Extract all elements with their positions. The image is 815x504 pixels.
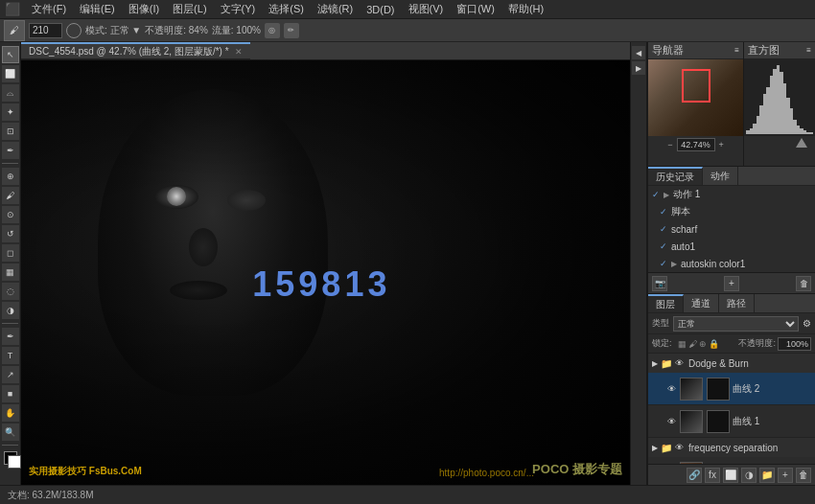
histogram-triangle: [796, 138, 807, 148]
histogram-menu-icon[interactable]: ≡: [806, 46, 811, 55]
brush-tool[interactable]: 🖌: [2, 187, 19, 204]
histogram-bars: [744, 59, 815, 136]
group-arrow-icon: ▶: [652, 359, 658, 368]
menu-item-3d[interactable]: 3D(D): [361, 2, 400, 17]
settings-icon[interactable]: ⚙: [803, 318, 811, 329]
history-delete-btn[interactable]: 🗑: [796, 276, 811, 291]
new-group-btn[interactable]: 📁: [759, 468, 775, 483]
history-snapshot-btn[interactable]: 📷: [652, 276, 667, 291]
layer-group-vis[interactable]: 👁: [675, 358, 684, 368]
lock-icons: ▦ 🖌 ⊕ 🔒: [678, 339, 719, 349]
right-panel: 导航器 ≡ − + 直方图 ≡: [647, 42, 815, 485]
zoom-out-icon[interactable]: −: [667, 140, 672, 149]
eraser-tool[interactable]: ◻: [2, 244, 19, 262]
navigator-menu-icon[interactable]: ≡: [734, 46, 739, 55]
lasso-tool[interactable]: ⌓: [2, 84, 19, 102]
delete-layer-btn[interactable]: 🗑: [796, 468, 811, 483]
history-item-2[interactable]: ✓ scharf: [648, 220, 815, 238]
history-item-4[interactable]: ✓ ▶ autoskin color1: [648, 255, 815, 272]
blend-mode-select[interactable]: 正常: [673, 316, 799, 332]
layer-group-freq-sep[interactable]: ▶ 📁 👁 frequency separation: [648, 438, 815, 457]
new-adj-layer-btn[interactable]: ◑: [741, 468, 757, 483]
history-item-3[interactable]: ✓ auto1: [648, 238, 815, 255]
history-item-0[interactable]: ✓ ▶ 动作 1: [648, 186, 815, 203]
nav-view-box: [682, 69, 710, 103]
watermark-left: 实用摄影技巧 FsBus.CoM: [29, 465, 142, 478]
menu-item-text[interactable]: 文字(Y): [215, 0, 262, 18]
menu-item-select[interactable]: 选择(S): [263, 0, 310, 18]
layer-item-curve1[interactable]: 👁 曲线 1: [648, 405, 815, 438]
spot-heal-tool[interactable]: ⊕: [2, 168, 19, 185]
hand-tool[interactable]: ✋: [2, 404, 19, 422]
opacity-value-input[interactable]: [778, 337, 811, 351]
tab-layers[interactable]: 图层: [648, 294, 684, 312]
navigator-preview[interactable]: [648, 59, 743, 136]
menu-item-image[interactable]: 图像(I): [123, 0, 165, 18]
panel-collapse-btn[interactable]: ◀: [632, 46, 645, 59]
add-style-btn[interactable]: fx: [705, 468, 720, 483]
layer-vis-icon[interactable]: 👁: [665, 383, 677, 395]
menu-item-window[interactable]: 窗口(W): [451, 0, 501, 18]
mode-label: 模式: 正常 ▼: [85, 24, 141, 37]
menu-item-layer[interactable]: 图层(L): [167, 0, 212, 18]
move-tool[interactable]: ↖: [2, 46, 19, 63]
menu-item-file[interactable]: 文件(F): [26, 0, 72, 18]
brush-size-input[interactable]: [29, 23, 62, 38]
canvas-tab[interactable]: DSC_4554.psd @ 42.7% (曲线 2, 图层蒙版/*) * ✕: [21, 42, 250, 59]
zoom-tool[interactable]: 🔍: [2, 424, 19, 441]
add-mask-btn[interactable]: ⬜: [723, 468, 738, 483]
zoom-input[interactable]: [677, 138, 715, 151]
link-layers-btn[interactable]: 🔗: [687, 468, 702, 483]
group-arrow-icon2: ▶: [652, 444, 658, 452]
menu-item-help[interactable]: 帮助(H): [502, 0, 549, 18]
layer-item-bg3[interactable]: 👁 背景 副本 3: [648, 457, 815, 464]
text-tool[interactable]: T: [2, 347, 19, 364]
eyedropper-tool[interactable]: ✒: [2, 142, 19, 159]
history-list[interactable]: ✓ ▶ 动作 1 ✓ 脚本 ✓ scharf ✓ auto1 ✓: [648, 186, 815, 272]
main-area: ↖ ⬜ ⌓ ✦ ⊡ ✒ ⊕ 🖌 ⊙ ↺ ◻ ▦ ◌ ◑ ✒ T ↗ ■ ✋ 🔍 …: [0, 42, 815, 485]
new-layer-btn[interactable]: +: [778, 468, 793, 483]
zoom-in-icon[interactable]: +: [719, 140, 724, 149]
crop-tool[interactable]: ⊡: [2, 123, 19, 140]
layer-group-dodge-burn[interactable]: ▶ 📁 👁 Dodge & Burn: [648, 354, 815, 373]
toolbar-separator2: [2, 323, 18, 324]
close-tab-icon[interactable]: ✕: [235, 47, 243, 57]
layer-item-curve2[interactable]: 👁 曲线 2: [648, 373, 815, 405]
marquee-tool[interactable]: ⬜: [2, 65, 19, 82]
nav-hist-row: 导航器 ≡ − + 直方图 ≡: [648, 42, 815, 167]
menu-item-filter[interactable]: 滤镜(R): [312, 0, 359, 18]
magic-wand-tool[interactable]: ✦: [2, 103, 19, 121]
layer-vis-icon2[interactable]: 👁: [665, 416, 677, 427]
tab-paths[interactable]: 路径: [719, 294, 755, 312]
lock-pixel-icon[interactable]: 🖌: [688, 339, 697, 349]
pen-tool[interactable]: ✒: [2, 328, 19, 345]
history-new-btn[interactable]: +: [724, 276, 739, 291]
menu-item-edit[interactable]: 编辑(E): [74, 0, 121, 18]
menu-item-view[interactable]: 视图(V): [403, 0, 450, 18]
blur-tool[interactable]: ◌: [2, 283, 19, 300]
history-brush-tool[interactable]: ↺: [2, 225, 19, 242]
lock-position-icon[interactable]: ⊕: [699, 339, 707, 349]
lock-all-icon[interactable]: 🔒: [709, 339, 719, 349]
history-item-1[interactable]: ✓ 脚本: [648, 203, 815, 220]
lock-transparent-icon[interactable]: ▦: [678, 339, 687, 349]
tablet-icon[interactable]: ✏: [284, 23, 299, 38]
path-select-tool[interactable]: ↗: [2, 366, 19, 383]
tab-history[interactable]: 历史记录: [648, 167, 703, 185]
shape-tool[interactable]: ■: [2, 385, 19, 402]
gradient-tool[interactable]: ▦: [2, 263, 19, 281]
layers-controls: 类型 正常 ⚙: [648, 313, 815, 334]
history-tabs: 历史记录 动作: [648, 167, 815, 186]
canvas-content[interactable]: 159813 实用摄影技巧 FsBus.CoM POCO 摄影专题 http:/…: [21, 60, 630, 485]
layers-list: ▶ 📁 👁 Dodge & Burn 👁 曲线 2 👁: [648, 354, 815, 464]
foreground-color[interactable]: [4, 451, 17, 465]
clone-tool[interactable]: ⊙: [2, 206, 19, 223]
panel-expand-btn[interactable]: ▶: [632, 61, 645, 75]
layer-group-vis2[interactable]: 👁: [675, 443, 684, 452]
tab-channels[interactable]: 通道: [684, 294, 719, 312]
dodge-tool[interactable]: ◑: [2, 302, 19, 319]
airbrush-icon[interactable]: ◎: [265, 23, 280, 38]
history-label: 动作 1: [673, 188, 700, 201]
history-panel: 历史记录 动作 ✓ ▶ 动作 1 ✓ 脚本 ✓ scharf ✓: [648, 167, 815, 293]
tab-actions[interactable]: 动作: [703, 167, 738, 185]
